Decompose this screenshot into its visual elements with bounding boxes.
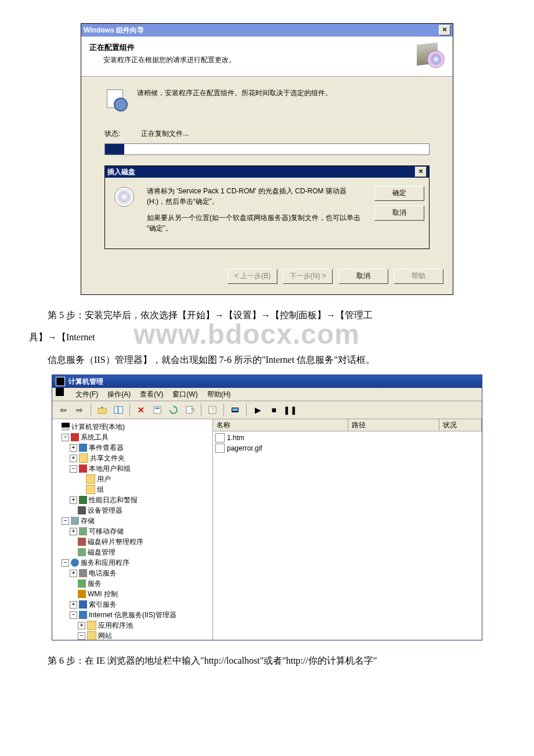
file-icon: [215, 444, 225, 453]
wizard-heading: 正在配置组件: [89, 42, 414, 53]
step5-line3: 信息服务（IIS）管理器】，就会出现如图 7-6 所示的"Internet 信息…: [29, 351, 505, 369]
wizard-header: 正在配置组件 安装程序正在根据您的请求进行配置更改。: [81, 37, 453, 77]
progress-bar: [104, 143, 430, 155]
svg-rect-2: [118, 406, 122, 413]
tree-groups[interactable]: 组: [53, 484, 211, 495]
close-icon[interactable]: ×: [439, 25, 450, 35]
step6-text: 第 6 步：在 IE 浏览器的地址栏中输入"http://localhost"或…: [29, 652, 505, 669]
stop-icon[interactable]: ■: [266, 402, 282, 417]
list-item[interactable]: 1.htm: [215, 433, 479, 443]
wizard-wait-message: 请稍候，安装程序正在配置组件。所花时间取决于选定的组件。: [137, 88, 332, 98]
properties-icon[interactable]: [150, 402, 165, 417]
close-icon[interactable]: ×: [415, 167, 427, 177]
insert-disk-title-bar: 插入磁盘 ×: [105, 166, 429, 178]
tree-wmi[interactable]: WMI 控制: [53, 589, 211, 599]
svg-rect-9: [232, 408, 238, 411]
help-icon[interactable]: ?: [205, 402, 220, 417]
list-item[interactable]: pagerror.gif: [215, 443, 479, 453]
refresh-icon[interactable]: [166, 402, 181, 417]
next-button: 下一步(N) >: [283, 269, 333, 284]
step5-line1: 第 5 步：安装完毕后，依次选择【开始】→【设置】→【控制面板】→【管理工: [29, 307, 505, 324]
pause-icon[interactable]: ❚❚: [283, 402, 298, 417]
show-hide-tree-icon[interactable]: [111, 402, 126, 417]
configuring-icon: [104, 88, 128, 111]
tree-shared[interactable]: +共享文件夹: [53, 453, 211, 463]
status-value: 正在复制文件...: [141, 129, 189, 138]
svg-rect-5: [186, 406, 192, 413]
connect-icon[interactable]: [228, 402, 243, 417]
menu-help[interactable]: 帮助(H): [207, 388, 231, 401]
tree-eventviewer[interactable]: +事件查看器: [53, 442, 211, 453]
tree-diskmgmt[interactable]: 磁盘管理: [53, 547, 211, 557]
menu-action[interactable]: 操作(A): [107, 388, 131, 401]
wizard-title-text: Windows 组件向导: [84, 24, 144, 37]
menu-file[interactable]: 文件(F): [75, 388, 98, 401]
install-package-icon: [414, 42, 445, 68]
insert-disk-dialog: 插入磁盘 × 请将标为 'Service Pack 1 CD-ROM' 的光盘插…: [104, 165, 430, 249]
tree-perf[interactable]: +性能日志和警报: [53, 495, 211, 505]
cm-list-view: 名称 路径 状况 1.htm pagerror.gif: [213, 419, 482, 640]
tree-indexing[interactable]: +索引服务: [53, 599, 211, 610]
tree-services[interactable]: 服务: [53, 578, 211, 589]
cm-menu-bar: 文件(F) 操作(A) 查看(V) 窗口(W) 帮助(H): [52, 388, 482, 401]
file-icon: [215, 433, 225, 442]
computer-icon: [56, 377, 65, 386]
insert-disk-title: 插入磁盘: [107, 166, 135, 178]
tree-services-apps[interactable]: −服务和应用程序: [53, 557, 211, 568]
tree-localusers[interactable]: −本地用户和组: [53, 463, 211, 474]
col-name[interactable]: 名称: [213, 419, 348, 431]
tree-users[interactable]: 用户: [53, 474, 211, 484]
tree-root[interactable]: 计算机管理(本地): [53, 422, 211, 432]
tree-devmgr[interactable]: 设备管理器: [53, 505, 211, 516]
svg-rect-0: [98, 408, 106, 413]
back-icon[interactable]: ⇦: [56, 402, 71, 417]
menu-window[interactable]: 窗口(W): [172, 388, 197, 401]
status-label: 状态:: [104, 129, 139, 139]
insert-disk-msg2: 如果要从另一个位置(如一个软盘或网络服务器)复制文件，也可以单击“确定”。: [147, 213, 363, 233]
cm-tree[interactable]: 计算机管理(本地) −系统工具 +事件查看器 +共享文件夹 −本地用户和组 用户…: [52, 419, 213, 640]
list-header: 名称 路径 状况: [213, 419, 482, 431]
tree-websites[interactable]: −网站: [53, 631, 211, 640]
forward-icon[interactable]: ⇨: [72, 402, 87, 417]
tree-removable[interactable]: +可移动存储: [53, 526, 211, 537]
col-path[interactable]: 路径: [348, 419, 439, 431]
cm-title-bar: 计算机管理: [52, 375, 482, 388]
wizard-title-bar: Windows 组件向导 ×: [81, 24, 453, 37]
delete-icon[interactable]: ✕: [134, 402, 149, 417]
cm-title-text: 计算机管理: [68, 375, 103, 388]
wizard-subheading: 安装程序正在根据您的请求进行配置更改。: [103, 55, 414, 65]
step5-line2: 具】→【Internet: [29, 329, 505, 346]
svg-rect-1: [114, 406, 118, 413]
computer-management-window: 计算机管理 文件(F) 操作(A) 查看(V) 窗口(W) 帮助(H) ⇦ ⇨ …: [52, 375, 482, 640]
cancel-button[interactable]: 取消: [338, 269, 388, 284]
tree-storage[interactable]: −存储: [53, 516, 211, 526]
col-status[interactable]: 状况: [439, 419, 482, 431]
svg-rect-4: [155, 408, 160, 409]
tree-systools[interactable]: −系统工具: [53, 432, 211, 442]
cdrom-icon: [113, 186, 139, 211]
computer-icon: [56, 388, 64, 396]
svg-rect-3: [154, 406, 161, 413]
menu-view[interactable]: 查看(V): [140, 388, 163, 401]
cancel-button[interactable]: 取消: [374, 206, 424, 221]
tree-iis[interactable]: −Internet 信息服务(IIS)管理器: [53, 610, 211, 620]
svg-text:?: ?: [211, 406, 214, 413]
export-icon[interactable]: [182, 402, 197, 417]
tree-apppools[interactable]: +应用程序池: [53, 620, 211, 631]
insert-disk-msg1: 请将标为 'Service Pack 1 CD-ROM' 的光盘插入 CD-RO…: [147, 186, 363, 207]
tree-defrag[interactable]: 磁盘碎片整理程序: [53, 537, 211, 547]
play-icon[interactable]: ▶: [250, 402, 265, 417]
help-button: 帮助: [394, 269, 443, 284]
ok-button[interactable]: 确定: [374, 186, 424, 201]
windows-components-wizard-dialog: Windows 组件向导 × 正在配置组件 安装程序正在根据您的请求进行配置更改…: [81, 23, 453, 295]
cm-toolbar: ⇦ ⇨ ✕ ? ▶ ■ ❚❚: [52, 401, 482, 419]
back-button: < 上一步(B): [228, 269, 277, 284]
tree-telephony[interactable]: +电话服务: [53, 568, 211, 578]
up-icon[interactable]: [95, 402, 110, 417]
